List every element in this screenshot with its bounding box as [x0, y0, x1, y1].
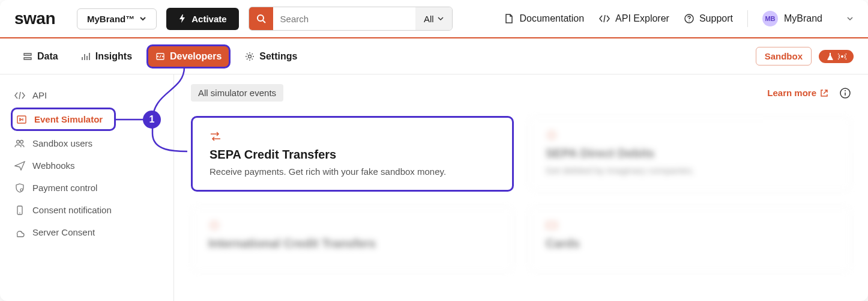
- help-icon: [684, 13, 695, 24]
- search-box: All: [249, 7, 453, 31]
- svg-point-15: [548, 132, 555, 139]
- chevron-down-icon: [139, 15, 146, 22]
- card-grid: SEPA Credit Transfers Receive payments. …: [191, 116, 851, 272]
- search-filter-label: All: [424, 14, 434, 24]
- svg-point-9: [20, 140, 23, 143]
- tab-data[interactable]: Data: [14, 45, 67, 68]
- content-header: All simulator events Learn more: [191, 84, 851, 102]
- flask-icon: [826, 52, 834, 61]
- sidebar-item-event-simulator[interactable]: Event Simulator 1: [11, 108, 116, 131]
- card-cards[interactable]: Cards: [528, 206, 851, 272]
- chart-icon: [81, 52, 91, 61]
- svg-point-16: [211, 222, 218, 229]
- user-menu[interactable]: MB MyBrand: [762, 11, 854, 26]
- document-icon: [504, 13, 514, 24]
- chevron-down-icon: [438, 16, 444, 22]
- info-icon[interactable]: [839, 87, 851, 99]
- card-icon: [546, 220, 834, 231]
- separator: [747, 10, 748, 27]
- users-icon: [14, 139, 25, 148]
- activate-button[interactable]: Activate: [166, 8, 238, 30]
- gear-icon: [245, 52, 255, 61]
- sidebar-item-webhooks[interactable]: Webhooks: [0, 154, 173, 177]
- topbar-right: Documentation API Explorer Support MB My…: [504, 10, 854, 27]
- svg-point-8: [17, 140, 20, 143]
- tab-settings[interactable]: Settings: [237, 45, 306, 68]
- content-header-right: Learn more: [767, 87, 851, 99]
- debit-icon: [546, 130, 834, 141]
- logo: swan: [14, 9, 55, 28]
- globe-icon: [208, 220, 496, 231]
- docs-label: Documentation: [519, 13, 584, 24]
- sidebar-item-consent-notification[interactable]: Consent notification: [0, 199, 173, 221]
- api-explorer-label: API Explorer: [615, 13, 669, 24]
- card-desc: Get debited by imaginary companies.: [546, 165, 834, 175]
- shield-icon: [14, 183, 25, 193]
- svg-point-12: [19, 212, 20, 213]
- card-title: International Credit Transfers: [208, 237, 496, 251]
- code-icon: [598, 14, 610, 23]
- tab-label: Data: [37, 51, 58, 62]
- tab-label: Settings: [259, 51, 297, 62]
- brand-select[interactable]: MyBrand™: [77, 8, 157, 29]
- code-icon: [14, 91, 25, 100]
- broadcast-icon: [838, 52, 846, 61]
- external-link-icon: [820, 89, 828, 97]
- api-explorer-link[interactable]: API Explorer: [598, 13, 669, 24]
- step-badge: 1: [143, 111, 161, 129]
- chevron-down-icon: [846, 15, 854, 22]
- sidebar-item-label: Webhooks: [32, 160, 75, 171]
- data-icon: [23, 52, 32, 61]
- breadcrumb-chip[interactable]: All simulator events: [191, 84, 283, 102]
- svg-rect-17: [547, 222, 556, 228]
- developers-icon: [155, 52, 165, 61]
- sidebar-item-sandbox-users[interactable]: Sandbox users: [0, 132, 173, 154]
- bolt-icon: [178, 14, 187, 23]
- card-sepa-direct-debits[interactable]: SEPA Direct Debits Get debited by imagin…: [528, 116, 851, 192]
- tab-label: Developers: [170, 51, 222, 62]
- brand-name: MyBrand™: [87, 14, 134, 24]
- sidebar-item-server-consent[interactable]: Server Consent: [0, 221, 173, 243]
- sandbox-badge[interactable]: Sandbox: [756, 47, 812, 65]
- sidebar-item-label: Event Simulator: [34, 114, 103, 124]
- card-title: SEPA Credit Transfers: [209, 148, 495, 162]
- sidebar-item-label: Consent notification: [32, 205, 112, 215]
- card-international-credit-transfers[interactable]: International Credit Transfers: [191, 206, 514, 272]
- svg-point-0: [258, 15, 264, 21]
- navbar-right: Sandbox: [756, 47, 854, 65]
- simulator-icon: [16, 115, 27, 124]
- support-label: Support: [699, 13, 733, 24]
- card-title: Cards: [546, 237, 834, 251]
- sidebar-item-label: API: [32, 90, 47, 100]
- docs-link[interactable]: Documentation: [504, 13, 584, 24]
- search-button[interactable]: [249, 7, 273, 30]
- card-sepa-credit-transfers[interactable]: SEPA Credit Transfers Receive payments. …: [191, 116, 514, 192]
- learn-more-label: Learn more: [767, 88, 816, 98]
- live-toggle[interactable]: [819, 50, 854, 63]
- topbar: swan MyBrand™ Activate All Documentation…: [0, 0, 868, 38]
- search-icon: [256, 14, 266, 23]
- avatar: MB: [762, 11, 778, 26]
- sidebar-item-payment-control[interactable]: Payment control: [0, 177, 173, 199]
- svg-point-10: [20, 189, 23, 191]
- connector-line: [115, 118, 145, 121]
- sidebar-item-label: Sandbox users: [32, 138, 92, 148]
- sidebar-item-api[interactable]: API: [0, 84, 173, 106]
- card-title: SEPA Direct Debits: [546, 147, 834, 160]
- cloud-icon: [14, 228, 25, 237]
- tab-insights[interactable]: Insights: [73, 45, 140, 68]
- learn-more-link[interactable]: Learn more: [767, 88, 828, 98]
- card-desc: Receive payments. Get rich with your fak…: [209, 166, 495, 177]
- svg-point-2: [689, 20, 690, 22]
- transfer-icon: [209, 131, 495, 142]
- search-input[interactable]: [273, 7, 415, 30]
- content: All simulator events Learn more SEPA Cre…: [174, 74, 868, 301]
- search-filter[interactable]: All: [415, 7, 452, 30]
- support-link[interactable]: Support: [684, 13, 733, 24]
- sidebar: API Event Simulator 1 Sandbox users Webh…: [0, 74, 174, 301]
- svg-point-14: [845, 90, 846, 91]
- body: API Event Simulator 1 Sandbox users Webh…: [0, 74, 868, 301]
- svg-point-4: [249, 55, 252, 58]
- tab-developers[interactable]: Developers: [146, 44, 231, 68]
- sidebar-item-label: Payment control: [32, 183, 97, 193]
